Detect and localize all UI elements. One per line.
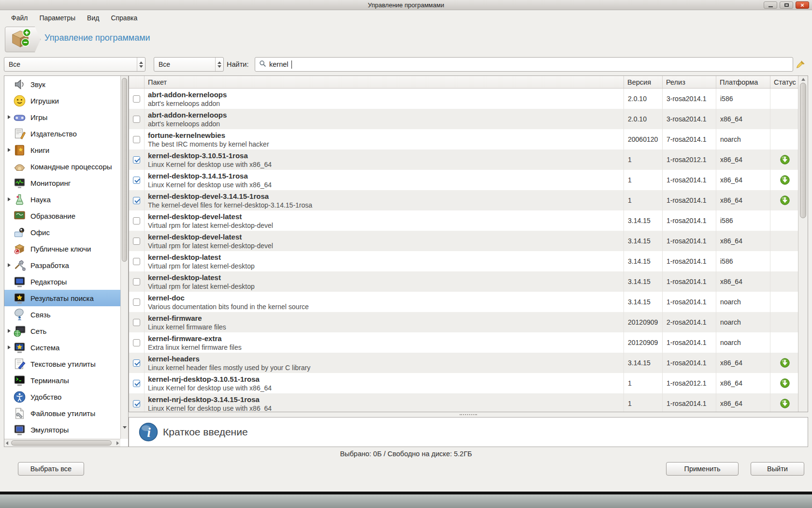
scrollbar-thumb[interactable] <box>122 78 127 262</box>
expander-icon[interactable] <box>6 148 12 152</box>
menu-file[interactable]: Файл <box>6 12 33 24</box>
package-release: 1-rosa2014.1 <box>663 332 716 353</box>
package-platform: noarch <box>716 292 770 312</box>
spinner-arrows-icon[interactable] <box>137 58 145 71</box>
sidebar-category-item[interactable]: Файловые утилиты <box>4 405 120 421</box>
table-row[interactable]: kernel-desktop-latest Virtual rpm for la… <box>129 271 799 292</box>
column-version[interactable]: Версия <box>624 76 663 88</box>
sidebar-category-item[interactable]: Игрушки <box>4 92 120 109</box>
package-checkbox[interactable] <box>133 238 140 245</box>
search-input[interactable]: kernel <box>255 57 793 72</box>
maximize-button[interactable] <box>780 1 793 9</box>
select-all-button[interactable]: Выбрать все <box>18 462 84 476</box>
scroll-down-icon[interactable] <box>123 429 127 437</box>
table-row[interactable]: abrt-addon-kerneloops abrt's kerneloops … <box>129 109 799 129</box>
table-row[interactable]: kernel-firmware Linux kernel firmware fi… <box>129 312 799 332</box>
menu-help[interactable]: Справка <box>105 12 143 24</box>
column-platform[interactable]: Платформа <box>716 76 770 88</box>
table-row[interactable]: kernel-nrj-desktop-3.10.51-1rosa Linux K… <box>129 373 799 393</box>
category-filter-select[interactable]: Все <box>4 57 145 72</box>
minimize-button[interactable] <box>764 1 777 9</box>
scroll-left-icon[interactable] <box>6 441 8 445</box>
column-release[interactable]: Релиз <box>663 76 716 88</box>
state-filter-select[interactable]: Все <box>154 57 224 72</box>
table-row[interactable]: kernel-nrj-desktop-3.14.15-1rosa Linux K… <box>129 393 799 412</box>
expander-icon[interactable] <box>6 197 12 201</box>
package-checkbox[interactable] <box>133 95 140 103</box>
sidebar-category-item[interactable]: Игры <box>4 109 120 125</box>
sidebar-category-item[interactable]: Издательство <box>4 125 120 142</box>
menu-options[interactable]: Параметры <box>34 12 81 24</box>
table-row[interactable]: kernel-headers Linux kernel header files… <box>129 353 799 373</box>
package-checkbox[interactable] <box>133 339 140 346</box>
sidebar-category-item[interactable]: Связь <box>4 306 120 323</box>
sidebar-category-item[interactable]: Разработка <box>4 257 120 273</box>
package-checkbox[interactable] <box>133 380 140 387</box>
sidebar-category-item[interactable]: Офис <box>4 224 120 240</box>
table-row[interactable]: kernel-desktop-devel-latest Virtual rpm … <box>129 210 799 231</box>
menu-view[interactable]: Вид <box>82 12 104 24</box>
table-row[interactable]: kernel-desktop-3.10.51-1rosa Linux Kerne… <box>129 149 799 170</box>
sidebar-category-item[interactable]: Система <box>4 339 120 356</box>
column-status[interactable]: Статус <box>770 76 799 88</box>
scroll-up-icon[interactable] <box>801 78 805 81</box>
package-checkbox[interactable] <box>133 319 140 326</box>
expander-icon[interactable] <box>6 329 12 333</box>
package-checkbox[interactable] <box>133 197 140 204</box>
splitter-grip[interactable] <box>460 414 477 416</box>
table-row[interactable]: fortune-kernelnewbies The best IRC momen… <box>129 129 799 149</box>
sidebar-category-item[interactable]: Эмуляторы <box>4 421 120 438</box>
table-row[interactable]: kernel-firmware-extra Extra linux kernel… <box>129 332 799 353</box>
column-package[interactable]: Пакет <box>145 76 624 88</box>
table-row[interactable]: abrt-addon-kerneloops abrt's kerneloops … <box>129 89 799 109</box>
package-checkbox[interactable] <box>133 359 140 367</box>
category-label: Редакторы <box>30 278 67 286</box>
sidebar-category-item[interactable]: Образование <box>4 208 120 224</box>
sidebar-category-item[interactable]: Редакторы <box>4 273 120 290</box>
sidebar-category-item[interactable]: Публичные ключи <box>4 240 120 257</box>
scrollbar-thumb[interactable] <box>800 83 806 218</box>
sidebar-horizontal-scrollbar[interactable] <box>4 439 120 447</box>
sidebar-category-item[interactable]: Наука <box>4 191 120 208</box>
table-row[interactable]: kernel-desktop-latest Virtual rpm for la… <box>129 251 799 271</box>
package-checkbox[interactable] <box>133 278 140 285</box>
table-row[interactable]: kernel-desktop-devel-3.14.15-1rosa The k… <box>129 190 799 210</box>
apply-button[interactable]: Применить <box>666 462 739 476</box>
spinner-arrows-icon[interactable] <box>215 58 223 71</box>
sidebar-category-item[interactable]: Результаты поиска <box>4 290 120 306</box>
clear-search-icon[interactable] <box>796 60 806 69</box>
quit-button[interactable]: Выйти <box>751 462 804 476</box>
package-checkbox[interactable] <box>133 116 140 123</box>
package-checkbox[interactable] <box>133 177 140 184</box>
package-checkbox[interactable] <box>133 258 140 265</box>
sidebar-category-item[interactable]: Текстовые утилиты <box>4 356 120 372</box>
package-checkbox[interactable] <box>133 217 140 224</box>
sidebar-vertical-scrollbar[interactable] <box>120 76 128 439</box>
sidebar-category-item[interactable]: Сеть <box>4 323 120 339</box>
table-row[interactable]: kernel-desktop-devel-latest Virtual rpm … <box>129 231 799 251</box>
sidebar-category-item[interactable]: Командные процессоры <box>4 158 120 175</box>
sidebar-category-item[interactable]: Удобство <box>4 388 120 405</box>
expander-icon[interactable] <box>6 345 12 349</box>
close-button[interactable]: × <box>796 1 809 9</box>
scrollbar-thumb[interactable] <box>11 440 112 446</box>
scroll-right-icon[interactable] <box>116 441 119 445</box>
package-checkbox[interactable] <box>133 299 140 306</box>
expander-icon[interactable] <box>6 263 12 267</box>
table-vertical-scrollbar[interactable] <box>798 76 808 412</box>
table-row[interactable]: kernel-desktop-3.14.15-1rosa Linux Kerne… <box>129 170 799 190</box>
table-row[interactable]: kernel-doc Various documentation bits fo… <box>129 292 799 312</box>
sidebar-category-item[interactable]: Терминалы <box>4 372 120 388</box>
package-checkbox[interactable] <box>133 400 140 407</box>
package-name: kernel-desktop-devel-latest <box>148 212 624 221</box>
package-checkbox[interactable] <box>133 156 140 164</box>
sidebar-category-item[interactable]: Мониторинг <box>4 175 120 191</box>
package-release: 1-rosa2014.1 <box>663 231 716 251</box>
expander-icon[interactable] <box>6 115 12 119</box>
package-name: kernel-firmware-extra <box>148 334 624 343</box>
terminals-icon <box>13 374 26 387</box>
sidebar-category-item[interactable]: Звук <box>4 76 120 92</box>
panel-splitter[interactable] <box>129 412 808 417</box>
sidebar-category-item[interactable]: Книги <box>4 142 120 158</box>
package-checkbox[interactable] <box>133 136 140 143</box>
